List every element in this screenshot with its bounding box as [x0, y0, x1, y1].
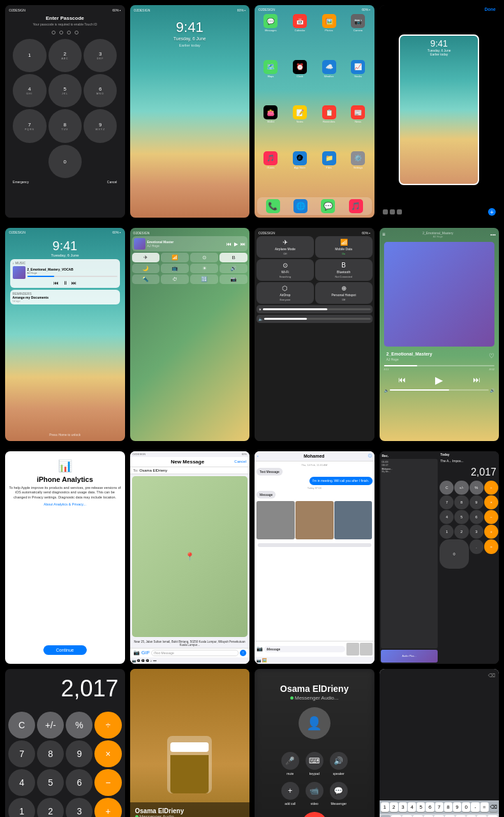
app-calendar[interactable]: 📅Calendar	[286, 14, 314, 58]
calc-0[interactable]: 0	[440, 539, 468, 568]
ac-speaker-circle[interactable]: 🔊	[330, 752, 348, 770]
mp-prev-btn[interactable]: ⏮	[398, 375, 406, 384]
calc-c[interactable]: C	[440, 481, 454, 495]
camera-icon[interactable]: 📷	[256, 658, 261, 663]
key-3[interactable]: 3DEF	[84, 39, 117, 72]
calc-percent[interactable]: %	[470, 481, 484, 495]
calc-eq[interactable]: =	[484, 539, 498, 553]
kb-2[interactable]: 2	[390, 802, 398, 812]
msg-info-btn[interactable]: ⓘ	[368, 453, 372, 459]
app-appstore[interactable]: 🅐App Store	[286, 151, 314, 195]
calc-2[interactable]: 2	[454, 525, 468, 539]
mp-progress-track[interactable]	[384, 365, 495, 366]
calc-div[interactable]: ÷	[484, 481, 498, 495]
lc-7[interactable]: 7	[8, 740, 35, 767]
kb-8[interactable]: 8	[444, 802, 452, 812]
nm-text-input[interactable]: iText Message	[151, 650, 239, 656]
calc-dot[interactable]: .	[470, 539, 484, 553]
cc-flashlight[interactable]: 🔦	[132, 274, 160, 284]
kb-3[interactable]: 3	[399, 802, 407, 812]
calc-6[interactable]: 6	[470, 510, 484, 524]
ac-add-circle[interactable]: +	[281, 782, 299, 800]
ac-add-btn[interactable]: + add call	[281, 782, 299, 806]
cc-next[interactable]: ⏭	[241, 241, 246, 247]
mp-play-btn[interactable]: ▶	[435, 374, 443, 386]
mp-heart-icon[interactable]: ♡	[489, 352, 494, 359]
nm-app-2[interactable]: 🅑	[137, 659, 140, 663]
dock-messages[interactable]: 💬	[321, 199, 335, 213]
key-7[interactable]: 7PQRS	[13, 109, 46, 142]
key-0[interactable]: 0	[48, 145, 82, 178]
kb-5[interactable]: 5	[417, 802, 425, 812]
calc-7[interactable]: 7	[440, 495, 454, 509]
next-btn[interactable]: ⏭	[71, 280, 77, 286]
lc-8[interactable]: 8	[37, 740, 64, 767]
calc-9[interactable]: 9	[470, 495, 484, 509]
ac-mute-btn[interactable]: 🎤 mute	[281, 752, 299, 776]
app-clock[interactable]: ⏰Clock	[286, 60, 314, 104]
nm-send-btn[interactable]: ↑	[240, 650, 246, 656]
key-2[interactable]: 2ABC	[48, 39, 82, 72]
mp-back-icon[interactable]: ≡	[383, 232, 386, 237]
app-notes[interactable]: 📝Notes	[286, 105, 314, 149]
ac-keypad-btn[interactable]: ⌨ keypad	[306, 752, 323, 776]
app-wallet[interactable]: 👛Wallet	[257, 105, 285, 149]
mp-next-btn[interactable]: ⏭	[473, 375, 480, 384]
ws-add-btn[interactable]: +	[488, 208, 496, 216]
nm-camera-icon[interactable]: 📷	[133, 650, 140, 656]
msg-back-btn[interactable]: ‹	[257, 454, 258, 458]
lc-5[interactable]: 5	[37, 769, 64, 796]
nm-gif-icon[interactable]: GIF	[142, 650, 150, 656]
cc-timer[interactable]: ⏱	[161, 274, 189, 284]
msg-camera-btn[interactable]: 📷	[256, 646, 263, 652]
cc-screen-mirror[interactable]: 📺	[161, 264, 189, 273]
app-messages[interactable]: 💬Messages	[257, 14, 285, 58]
app-stocks[interactable]: 📈Stocks	[345, 60, 372, 104]
calc-8[interactable]: 8	[454, 495, 468, 509]
cc-toggle-airdrop[interactable]: ⬡ AirDrop Everyone	[256, 282, 314, 304]
msg-input-field[interactable]: iMessage	[264, 646, 345, 652]
ws-done-btn[interactable]: Done	[485, 7, 496, 11]
cc-toggle-bluetooth[interactable]: Β Bluetooth Not Connected	[315, 259, 373, 281]
cc-calc[interactable]: 🔢	[190, 274, 218, 284]
analytics-continue-btn[interactable]: Continue	[43, 645, 87, 655]
calc-plusminus[interactable]: +/-	[454, 481, 468, 495]
kb-1[interactable]: 1	[381, 802, 389, 812]
kb-0[interactable]: 0	[462, 802, 470, 812]
cc-wifi[interactable]: ⊙	[190, 253, 218, 262]
app-camera[interactable]: 📷Camera	[345, 14, 372, 58]
dock-safari[interactable]: 🌐	[293, 199, 308, 213]
kb-4[interactable]: 4	[408, 802, 416, 812]
dock-phone[interactable]: 📞	[266, 199, 280, 213]
nm-more-icon[interactable]: •••	[153, 659, 156, 663]
cc-airplane[interactable]: ✈	[132, 253, 160, 262]
lc-3[interactable]: 3	[66, 798, 93, 817]
ac-video-circle[interactable]: 📹	[306, 782, 323, 800]
ac-keypad-circle[interactable]: ⌨	[306, 752, 323, 770]
pause-btn[interactable]: ⏸	[63, 280, 68, 286]
calc-sub[interactable]: −	[484, 510, 498, 524]
key-4[interactable]: 4GHI	[13, 74, 46, 107]
mp-vol-track[interactable]	[390, 389, 489, 391]
ac-speaker-btn[interactable]: 🔊 speaker	[330, 752, 348, 776]
kb-7[interactable]: 7	[435, 802, 443, 812]
cc-brightness[interactable]: ☀	[190, 264, 218, 273]
nm-app-4[interactable]: 🅑	[146, 659, 149, 663]
lc-mul[interactable]: ×	[94, 740, 121, 767]
photo-library-icon[interactable]: 🖼️	[262, 658, 267, 663]
calc-mul[interactable]: ×	[484, 495, 498, 509]
ac-video-btn[interactable]: 📹 video	[306, 782, 323, 806]
nm-to-input[interactable]: Osama ElDrieny	[140, 468, 246, 472]
lc-percent[interactable]: %	[66, 712, 93, 738]
cc-toggle-hotspot[interactable]: ⊕ Personal Hotspot Off	[315, 282, 373, 304]
nm-app-5[interactable]: ♪	[151, 659, 152, 663]
cc-toggle-wifi[interactable]: ⊙ Wi-Fi Searching	[256, 259, 314, 281]
cc-play[interactable]: ▶	[234, 241, 238, 247]
lc-9[interactable]: 9	[66, 740, 93, 767]
ac-mute-circle[interactable]: 🎤	[281, 752, 299, 770]
key-1[interactable]: 1	[13, 39, 46, 72]
cancel-btn[interactable]: Cancel	[107, 180, 117, 184]
cc-toggle-airplane[interactable]: ✈ Airplane Mode Off	[256, 236, 314, 258]
nm-app-1[interactable]: 📷	[132, 659, 136, 663]
cc-prev[interactable]: ⏮	[226, 241, 232, 247]
